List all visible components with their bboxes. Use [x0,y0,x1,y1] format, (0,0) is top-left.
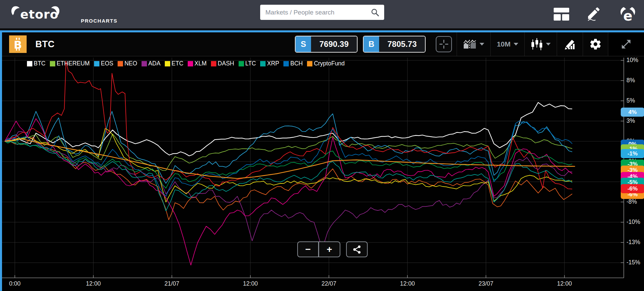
fullscreen-button[interactable] [608,32,644,56]
x-axis-label: 21/07 [164,280,179,287]
legend-label: BCH [290,60,303,67]
price-badge: -6% [621,184,644,193]
buy-tag: B [364,36,379,52]
legend-item-btc[interactable]: BTC [27,60,45,67]
legend-swatch-btc [27,61,32,66]
etoro-logo-icon: etoro [10,5,78,23]
x-axis-label: 22/07 [321,280,336,287]
interval-dropdown[interactable]: 10M [490,32,524,56]
legend-item-xlm[interactable]: XLM [188,60,207,67]
x-axis-label: 0:00 [9,280,21,287]
x-axis-label: 12:00 [557,280,572,287]
marker-chart-icon [563,38,577,51]
series-line-ada [5,132,572,246]
legend-label: BTC [34,60,45,67]
legend-swatch-etc [165,61,170,66]
compare-charts-dropdown[interactable] [457,32,490,56]
legend-item-cryptofund[interactable]: CryptoFund [307,60,344,67]
series-line-xlm [5,119,572,265]
legend-swatch-xlm [188,61,193,66]
sell-button[interactable]: S 7690.39 [295,36,358,53]
legend-item-neo[interactable]: NEO [118,60,137,67]
legend-swatch-neo [118,61,123,66]
zoom-controls: − + [297,241,368,257]
legend-swatch-ethereum [50,61,55,66]
etoro-logo[interactable]: etoro PROCHARTS [10,5,118,24]
search-icon[interactable] [371,8,379,17]
procharts-label: PROCHARTS [81,18,118,24]
chart-plot-area[interactable]: BTCETHEREUMEOSNEOADAETCXLMDASHLTCXRPBCHC… [2,56,644,291]
buy-button[interactable]: B 7805.73 [363,36,426,53]
legend-label: CryptoFund [314,60,344,67]
legend-item-xrp[interactable]: XRP [260,60,279,67]
settings-button[interactable] [583,32,608,56]
legend-label: LTC [245,60,256,67]
share-button[interactable] [346,241,368,257]
chart-panel: B BTC S 7690.39 B 7805.73 [0,30,644,291]
legend-swatch-cryptofund [307,61,312,66]
x-axis-label: 12:00 [243,280,258,287]
legend-swatch-eos [94,61,99,66]
legend-item-etc[interactable]: ETC [165,60,183,67]
legend-swatch-xrp [260,61,266,66]
candlestick-icon [531,37,543,51]
chevron-down-icon [546,43,551,46]
chart-toolbar: B BTC S 7690.39 B 7805.73 [2,32,644,56]
layout-workspace-icon[interactable] [554,8,569,21]
symbol-title: BTC [35,39,55,50]
y-axis-label: 8% [626,77,635,84]
legend-label: ETHEREUM [57,60,90,67]
y-axis-label: -8% [626,198,637,205]
legend-item-dash[interactable]: DASH [211,60,234,67]
y-axis-label: 5% [626,97,635,104]
legend-swatch-dash [211,61,216,66]
x-axis-label: 12:00 [400,280,415,287]
legend-label: ADA [148,60,160,67]
indicators-draw-button[interactable] [557,32,583,56]
svg-text:e: e [623,8,632,22]
legend-item-eos[interactable]: EOS [94,60,113,67]
legend-item-bch[interactable]: BCH [283,60,303,67]
sell-price: 7690.39 [311,36,357,52]
sell-tag: S [296,36,311,52]
y-axis-label: 3% [626,117,635,124]
chart-legend: BTCETHEREUMEOSNEOADAETCXLMDASHLTCXRPBCHC… [27,60,345,67]
legend-label: EOS [101,60,113,67]
search-bar[interactable] [260,5,384,20]
legend-swatch-ltc [239,61,244,66]
price-badge: -1% [621,149,644,158]
legend-label: XRP [267,60,279,67]
chart-type-dropdown[interactable] [524,32,557,56]
expand-arrows-icon [620,38,632,50]
series-line-dash [5,61,572,189]
y-axis-label: -13% [626,239,640,246]
y-axis-label: -10% [626,219,640,226]
etoro-bull-account-icon[interactable]: e [619,6,637,22]
zoom-in-button[interactable]: + [319,241,340,257]
crosshair-tool-button[interactable] [436,36,452,52]
bitcoin-icon: B [9,35,27,53]
y-axis-label: 10% [626,57,638,64]
legend-label: ETC [172,60,183,67]
search-input[interactable] [265,8,371,17]
legend-label: NEO [124,60,137,67]
legend-label: XLM [194,60,207,67]
buy-price: 7805.73 [379,36,425,52]
chevron-down-icon [480,43,484,46]
legend-swatch-bch [283,61,289,66]
gear-icon [589,38,602,51]
zoom-out-button[interactable]: − [297,241,319,257]
legend-item-ada[interactable]: ADA [142,60,160,67]
price-badge: 4% [621,108,644,117]
legend-item-ethereum[interactable]: ETHEREUM [50,60,90,67]
draw-pencil-icon[interactable] [586,6,602,22]
svg-text:etoro: etoro [20,7,59,21]
legend-label: DASH [218,60,234,67]
chevron-down-icon [514,43,518,46]
svg-text:B: B [14,38,22,51]
x-axis-label: 23/07 [479,280,493,287]
crosshair-icon [439,39,449,49]
legend-item-ltc[interactable]: LTC [239,60,256,67]
series-line-eos [5,111,572,183]
app-header: etoro PROCHARTS [0,0,644,28]
